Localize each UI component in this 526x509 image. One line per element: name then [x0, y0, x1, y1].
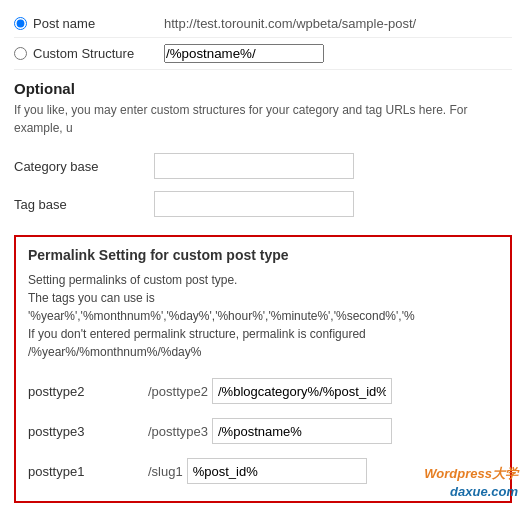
watermark-line1: Wordpress大学 — [424, 465, 518, 483]
cpt-row: posttype2 /posttype2 — [28, 371, 498, 411]
optional-heading: Optional — [14, 80, 512, 97]
post-name-url: http://test.torounit.com/wpbeta/sample-p… — [164, 16, 416, 31]
watermark-line2: daxue.com — [424, 483, 518, 501]
custom-structure-input[interactable] — [164, 44, 324, 63]
settings-wrap: Post name http://test.torounit.com/wpbet… — [0, 0, 526, 509]
post-name-label[interactable]: Post name — [14, 16, 154, 31]
tag-base-input[interactable] — [154, 191, 354, 217]
custom-structure-row: Custom Structure — [14, 38, 512, 70]
cpt-desc: Setting permalinks of custom post type. … — [28, 271, 498, 361]
cpt-prefix: /posttype2 — [148, 384, 208, 399]
post-name-row: Post name http://test.torounit.com/wpbet… — [14, 10, 512, 38]
cpt-input-group: /posttype3 — [148, 418, 392, 444]
tag-base-row: Tag base — [14, 185, 512, 223]
cpt-title: Permalink Setting for custom post type — [28, 247, 498, 263]
custom-structure-label[interactable]: Custom Structure — [14, 46, 154, 61]
cpt-prefix: /slug1 — [148, 464, 183, 479]
cpt-row-label: posttype1 — [28, 464, 148, 479]
category-base-row: Category base — [14, 147, 512, 185]
category-base-label: Category base — [14, 159, 154, 174]
category-base-input[interactable] — [154, 153, 354, 179]
cpt-value-input[interactable] — [187, 458, 367, 484]
optional-desc: If you like, you may enter custom struct… — [14, 101, 512, 137]
cpt-prefix: /posttype3 — [148, 424, 208, 439]
custom-structure-radio[interactable] — [14, 47, 27, 60]
cpt-row-label: posttype2 — [28, 384, 148, 399]
watermark: Wordpress大学 daxue.com — [424, 465, 518, 501]
cpt-row-label: posttype3 — [28, 424, 148, 439]
cpt-value-input[interactable] — [212, 378, 392, 404]
tag-base-label: Tag base — [14, 197, 154, 212]
post-name-radio[interactable] — [14, 17, 27, 30]
cpt-row: posttype3 /posttype3 — [28, 411, 498, 451]
cpt-section: Permalink Setting for custom post type S… — [14, 235, 512, 503]
cpt-value-input[interactable] — [212, 418, 392, 444]
cpt-input-group: /posttype2 — [148, 378, 392, 404]
cpt-input-group: /slug1 — [148, 458, 367, 484]
